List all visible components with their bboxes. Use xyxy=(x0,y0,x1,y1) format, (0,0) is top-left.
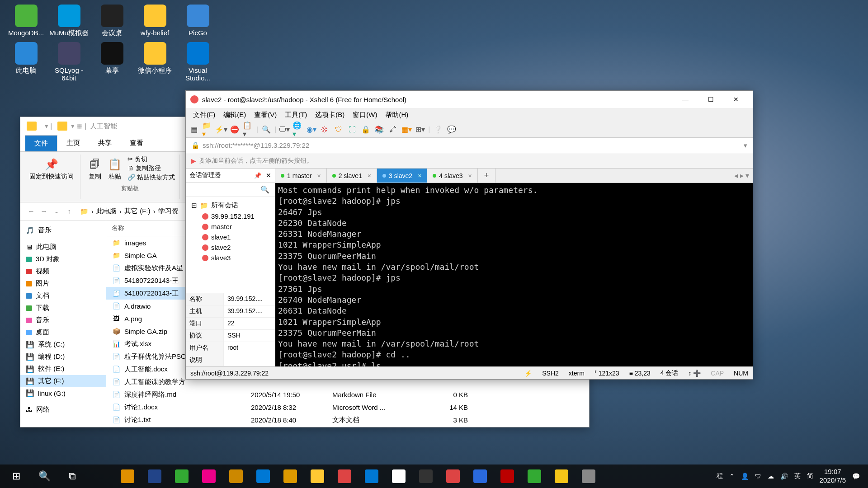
search-icon[interactable]: 🔍 xyxy=(257,184,273,195)
sidebar-3d[interactable]: 3D 对象 xyxy=(20,253,106,265)
taskbar-app[interactable] xyxy=(548,465,575,488)
cut-button[interactable]: ✂ 剪切 xyxy=(127,155,175,164)
xshell-titlebar[interactable]: slave2 - root@slave2:/usr/hadoop - Xshel… xyxy=(186,91,753,108)
chat-icon[interactable]: 💬 xyxy=(446,124,457,135)
notifications-icon[interactable]: 💬 xyxy=(852,473,860,480)
sidebar-drive-e[interactable]: 💾软件 (E:) xyxy=(20,363,106,375)
sidebar-video[interactable]: 视频 xyxy=(20,265,106,277)
help-icon[interactable]: ❔ xyxy=(433,124,443,135)
taskbar-clock[interactable]: 19:072020/7/5 xyxy=(820,468,846,485)
menu-item[interactable]: 选项卡(B) xyxy=(311,109,348,121)
taskbar-app[interactable] xyxy=(575,465,602,488)
lock-icon[interactable]: 🔒 xyxy=(360,124,371,135)
search-icon[interactable]: 🔍 xyxy=(261,124,272,135)
desktop-icon[interactable]: wfy-belief xyxy=(133,5,176,38)
xshell-window[interactable]: slave2 - root@slave2:/usr/hadoop - Xshel… xyxy=(185,90,753,380)
desktop-icon[interactable]: MongoDB... xyxy=(5,5,47,38)
tab-close-icon[interactable]: × xyxy=(368,172,371,179)
session-item[interactable]: slave1 xyxy=(189,232,271,242)
sidebar-downloads[interactable]: 下载 xyxy=(20,302,106,314)
minimize-button[interactable]: — xyxy=(673,91,698,108)
taskbar-app[interactable] xyxy=(250,465,277,488)
session-item[interactable]: 39.99.152.191 xyxy=(189,211,271,221)
desktop-icon[interactable]: 会议桌 xyxy=(90,5,133,38)
taskbar-app[interactable] xyxy=(385,465,412,488)
sidebar-docs[interactable]: 文档 xyxy=(20,290,106,302)
menu-item[interactable]: 编辑(E) xyxy=(220,109,250,121)
taskview-button[interactable]: ⧉ xyxy=(59,465,86,488)
menu-item[interactable]: 窗口(W) xyxy=(349,109,381,121)
tab-close-icon[interactable]: × xyxy=(418,172,421,179)
menu-item[interactable]: 帮助(H) xyxy=(382,109,412,121)
sidebar-music[interactable]: 🎵音乐 xyxy=(20,224,106,236)
tab-home[interactable]: 主页 xyxy=(57,135,89,151)
taskbar-app[interactable] xyxy=(494,465,521,488)
pin-icon[interactable]: 📌 xyxy=(254,172,261,179)
tray-ime[interactable]: 英 xyxy=(794,472,801,480)
desktop-icon[interactable]: Visual Studio... xyxy=(176,42,219,82)
new-session-icon[interactable]: ▤ xyxy=(189,124,199,135)
file-row[interactable]: 📄讨论1.docx2020/2/18 8:32Microsoft Word ..… xyxy=(106,401,589,413)
taskbar-app[interactable] xyxy=(141,465,168,488)
tray-volume-icon[interactable]: 🔊 xyxy=(780,473,788,480)
open-icon[interactable]: 📁▾ xyxy=(202,124,213,135)
terminal[interactable]: Most commands print help when invoked w/… xyxy=(275,183,753,366)
address-bar[interactable]: 🔒 ssh://root:********@119.3.229.79:22 ▾ xyxy=(186,138,753,153)
tray-lang[interactable]: 程 xyxy=(717,472,723,480)
sidebar-drive-f[interactable]: 💾其它 (F:) xyxy=(20,375,106,387)
sidebar-drive-g[interactable]: 💾linux (G:) xyxy=(20,387,106,399)
sidebar-pictures[interactable]: 图片 xyxy=(20,277,106,290)
file-row[interactable]: 📄深度神经网络.md2020/5/14 19:50Markdown File0 … xyxy=(106,388,589,401)
copy-button[interactable]: 🗐复制 xyxy=(85,155,105,183)
tab-file[interactable]: 文件 xyxy=(25,135,57,151)
recent-dropdown[interactable]: ⌄ xyxy=(50,205,63,218)
menu-item[interactable]: 文件(F) xyxy=(189,109,219,121)
taskbar-app[interactable] xyxy=(195,465,222,488)
tray-app-icon[interactable]: ☁ xyxy=(768,473,774,480)
split-icon[interactable]: ⊞▾ xyxy=(415,124,425,135)
sidebar-desktop[interactable]: 桌面 xyxy=(20,326,106,338)
desktop-icon[interactable]: SQLyog - 64bit xyxy=(47,42,90,82)
sidebar-drive-d[interactable]: 💾编程 (D:) xyxy=(20,351,106,363)
up-button[interactable]: ↑ xyxy=(63,205,75,218)
tab-close-icon[interactable]: × xyxy=(317,172,321,179)
close-button[interactable]: ✕ xyxy=(724,91,748,108)
reconnect-icon[interactable]: ⚡▾ xyxy=(216,124,226,135)
fullscreen-icon[interactable]: ⛶ xyxy=(347,124,358,135)
terminal-tab[interactable]: 3 slave2× xyxy=(377,169,427,183)
tray-kb[interactable]: 简 xyxy=(807,472,813,480)
taskbar-app[interactable] xyxy=(412,465,439,488)
file-row[interactable]: 📦虚拟实验软件及A星实验要求.rar2020/4/19 14:44RAR 压缩文… xyxy=(106,426,589,427)
highlight-icon[interactable]: 🖍 xyxy=(387,124,398,135)
desktop-icon[interactable]: 微信小程序 xyxy=(133,42,176,82)
paste-button[interactable]: 📋粘贴 xyxy=(105,155,125,183)
taskbar-app[interactable] xyxy=(439,465,467,488)
taskbar-app[interactable] xyxy=(358,465,385,488)
color-icon[interactable]: ◉▾ xyxy=(306,124,317,135)
taskbar-app[interactable] xyxy=(168,465,195,488)
menu-item[interactable]: 工具(T) xyxy=(281,109,311,121)
close-panel-icon[interactable]: ✕ xyxy=(266,172,271,179)
taskbar-app[interactable] xyxy=(331,465,358,488)
desktop-icon[interactable]: 幕享 xyxy=(90,42,133,82)
session-item[interactable]: master xyxy=(189,221,271,232)
tab-view[interactable]: 查看 xyxy=(121,135,152,151)
add-tab-button[interactable]: + xyxy=(478,169,496,183)
paste-shortcut-button[interactable]: 🔗 粘贴快捷方式 xyxy=(127,174,175,182)
breadcrumb[interactable]: 📁› 此电脑› 其它 (F:)› 学习资 xyxy=(80,207,179,216)
terminal-tab[interactable]: 1 master× xyxy=(275,169,327,183)
taskbar-app[interactable] xyxy=(521,465,548,488)
tray-people-icon[interactable]: 👤 xyxy=(741,473,749,480)
copy-icon[interactable]: 📋▾ xyxy=(243,124,254,135)
taskbar-app[interactable] xyxy=(467,465,494,488)
tab-close-icon[interactable]: × xyxy=(468,172,472,179)
taskbar-app[interactable] xyxy=(222,465,250,488)
session-item[interactable]: slave3 xyxy=(189,253,271,263)
taskbar-app[interactable] xyxy=(304,465,331,488)
globe-icon[interactable]: 🌐▾ xyxy=(292,124,303,135)
stop-icon[interactable]: ⛒ xyxy=(320,124,330,135)
copy-path-button[interactable]: 🗎 复制路径 xyxy=(127,164,175,173)
pin-quick-access-button[interactable]: 📌固定到快速访问 xyxy=(28,155,75,183)
file-row[interactable]: 📄讨论1.txt2020/2/18 8:40文本文档3 KB xyxy=(106,413,589,426)
sidebar-thispc[interactable]: 🖥此电脑 xyxy=(20,241,106,253)
